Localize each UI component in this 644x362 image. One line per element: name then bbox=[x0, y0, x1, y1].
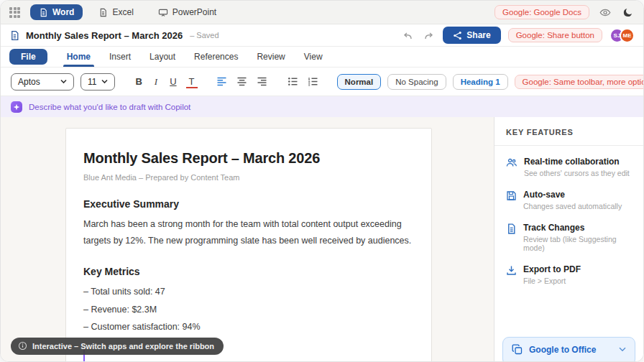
feature-auto-save: Auto-save Changes saved automatically bbox=[506, 190, 632, 210]
share-button[interactable]: Share bbox=[443, 27, 500, 44]
document-page[interactable]: Monthly Sales Report – March 2026 Blue A… bbox=[65, 128, 432, 361]
share-icon bbox=[453, 31, 462, 40]
track-changes-icon bbox=[506, 223, 517, 234]
tab-review[interactable]: Review bbox=[247, 47, 294, 67]
google-to-office-button[interactable]: Google to Office bbox=[502, 337, 635, 362]
redo-icon[interactable] bbox=[422, 29, 436, 42]
saved-status: – Saved bbox=[190, 31, 218, 40]
chevron-down-icon bbox=[619, 347, 626, 352]
word-doc-icon bbox=[39, 8, 48, 17]
formatting-toolbar: Aptos 11 B I U T Normal No Spacing bbox=[1, 68, 643, 96]
excel-doc-icon bbox=[98, 8, 108, 17]
feature-list: Real-time collaboration See others' curs… bbox=[494, 146, 643, 296]
chevron-down-icon bbox=[101, 79, 108, 84]
doc-section-heading: Executive Summary bbox=[83, 198, 414, 210]
tab-references[interactable]: References bbox=[185, 47, 247, 67]
app-switcher-bar: Word Excel PowerPoint Google: Google Doc… bbox=[1, 1, 643, 24]
style-no-spacing-button[interactable]: No Spacing bbox=[387, 74, 446, 90]
preview-eye-icon[interactable] bbox=[598, 6, 612, 19]
app-tab-word[interactable]: Word bbox=[30, 4, 83, 20]
app-window: Word Excel PowerPoint Google: Google Doc… bbox=[0, 0, 644, 362]
feature-title: Export to PDF bbox=[523, 264, 581, 274]
doc-heading: Monthly Sales Report – March 2026 bbox=[83, 150, 414, 167]
tab-insert[interactable]: Insert bbox=[100, 47, 140, 67]
tab-home[interactable]: Home bbox=[58, 47, 100, 67]
app-tab-label: Excel bbox=[112, 7, 133, 17]
align-right-icon[interactable] bbox=[255, 75, 269, 88]
info-toast: Interactive – Switch apps and explore th… bbox=[11, 338, 224, 355]
font-family-value: Aptos bbox=[18, 77, 40, 87]
feature-subtitle: Changes saved automatically bbox=[523, 202, 622, 210]
google-share-badge: Google: Share button bbox=[508, 28, 602, 42]
doc-list-item: – Customer satisfaction: 94% bbox=[83, 318, 414, 335]
app-tab-label: PowerPoint bbox=[172, 7, 216, 17]
dark-mode-moon-icon[interactable] bbox=[621, 6, 635, 19]
sidebar-footer: Google to Office bbox=[494, 330, 643, 361]
toast-text: Interactive – Switch apps and explore th… bbox=[32, 342, 214, 351]
feature-title: Track Changes bbox=[523, 223, 632, 233]
copilot-sparkle-icon bbox=[11, 101, 22, 113]
google-to-office-label: Google to Office bbox=[529, 345, 596, 355]
font-color-button[interactable]: T bbox=[186, 75, 198, 88]
doc-list-item: – Revenue: $2.3M bbox=[83, 301, 414, 318]
google-docs-badge: Google: Google Docs bbox=[494, 5, 589, 19]
copy-docs-icon bbox=[512, 344, 523, 355]
app-tab-label: Word bbox=[52, 7, 74, 17]
bold-button[interactable]: B bbox=[132, 75, 144, 88]
style-heading1-button[interactable]: Heading 1 bbox=[453, 74, 508, 90]
copilot-prompt-text: Describe what you'd like to draft with C… bbox=[29, 103, 190, 111]
share-label: Share bbox=[466, 30, 490, 40]
feature-title: Auto-save bbox=[523, 190, 622, 200]
feature-subtitle: File > Export bbox=[523, 277, 581, 285]
app-tab-excel[interactable]: Excel bbox=[90, 4, 142, 20]
doc-metrics-list: – Total units sold: 47 – Revenue: $2.3M … bbox=[83, 283, 414, 335]
content-area: Monthly Sales Report – March 2026 Blue A… bbox=[1, 117, 643, 361]
users-icon bbox=[506, 157, 518, 168]
document-title[interactable]: Monthly Sales Report – March 2026 bbox=[26, 30, 183, 41]
file-menu-button[interactable]: File bbox=[9, 49, 47, 65]
font-size-select[interactable]: 11 bbox=[80, 73, 115, 90]
feature-title: Real-time collaboration bbox=[524, 157, 630, 167]
avatar[interactable]: ME bbox=[620, 28, 635, 43]
bullet-list-icon[interactable] bbox=[286, 75, 300, 88]
key-features-panel: KEY FEATURES Real-time collaboration See… bbox=[494, 117, 643, 361]
chevron-down-icon bbox=[60, 79, 67, 84]
align-left-icon[interactable] bbox=[215, 75, 229, 88]
feature-realtime-collaboration: Real-time collaboration See others' curs… bbox=[506, 157, 632, 177]
feature-subtitle: See others' cursors as they edit bbox=[524, 169, 630, 177]
feature-track-changes: Track Changes Review tab (like Suggestin… bbox=[506, 223, 632, 252]
feature-export-pdf: Export to PDF File > Export bbox=[506, 264, 632, 285]
info-icon bbox=[18, 341, 27, 351]
ribbon-tab-bar: File Home Insert Layout References Revie… bbox=[1, 47, 643, 68]
italic-button[interactable]: I bbox=[152, 75, 160, 89]
presentation-icon bbox=[158, 8, 168, 17]
style-normal-button[interactable]: Normal bbox=[337, 74, 382, 90]
tab-layout[interactable]: Layout bbox=[140, 47, 185, 67]
app-tab-powerpoint[interactable]: PowerPoint bbox=[150, 4, 225, 20]
document-icon bbox=[9, 30, 20, 41]
copilot-prompt-bar[interactable]: Describe what you'd like to draft with C… bbox=[1, 96, 643, 117]
doc-paragraph: March has been a strong month for the te… bbox=[83, 216, 414, 249]
apps-grid-icon[interactable] bbox=[9, 7, 20, 18]
numbered-list-icon[interactable] bbox=[306, 75, 320, 88]
tab-view[interactable]: View bbox=[295, 47, 332, 67]
doc-subtitle: Blue Ant Media – Prepared by Content Tea… bbox=[83, 173, 414, 182]
doc-list-item: – Total units sold: 47 bbox=[83, 283, 414, 300]
document-title-bar: Monthly Sales Report – March 2026 – Save… bbox=[1, 24, 643, 47]
undo-icon[interactable] bbox=[401, 29, 415, 42]
download-icon bbox=[506, 264, 517, 276]
feature-subtitle: Review tab (like Suggesting mode) bbox=[523, 235, 632, 252]
collaborator-avatars: SJ ME bbox=[610, 28, 635, 43]
font-family-select[interactable]: Aptos bbox=[11, 73, 74, 90]
underline-button[interactable]: U bbox=[167, 75, 179, 88]
font-size-value: 11 bbox=[88, 77, 96, 87]
sidebar-header: KEY FEATURES bbox=[494, 117, 643, 146]
doc-section-heading: Key Metrics bbox=[83, 266, 414, 277]
align-center-icon[interactable] bbox=[235, 75, 249, 88]
editor-canvas: Monthly Sales Report – March 2026 Blue A… bbox=[1, 117, 494, 361]
google-toolbar-badge: Google: Same toolbar, more options bbox=[515, 75, 644, 89]
save-icon bbox=[506, 190, 517, 201]
